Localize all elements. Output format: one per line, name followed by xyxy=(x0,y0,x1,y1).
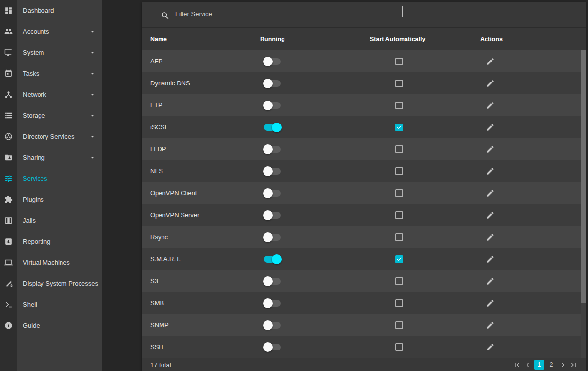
start-automatically-checkbox[interactable] xyxy=(395,167,403,175)
start-automatically-checkbox[interactable] xyxy=(395,321,403,329)
sidebar-item-label: Display System Processes xyxy=(23,280,102,287)
running-toggle[interactable] xyxy=(264,212,281,219)
edit-icon[interactable] xyxy=(486,57,495,66)
running-toggle[interactable] xyxy=(264,102,281,109)
start-automatically-checkbox[interactable] xyxy=(395,80,403,87)
sidebar-item-jails[interactable]: Jails xyxy=(0,210,102,231)
sidebar-item-tasks[interactable]: Tasks xyxy=(0,63,102,84)
dashboard-icon xyxy=(0,6,17,15)
start-automatically-checkbox[interactable] xyxy=(395,58,403,65)
sidebar-nav: DashboardAccountsSystemTasksNetworkStora… xyxy=(0,0,102,336)
sidebar-item-plugins[interactable]: Plugins xyxy=(0,189,102,210)
toggle-knob xyxy=(263,232,273,242)
running-toggle[interactable] xyxy=(264,146,281,153)
edit-icon[interactable] xyxy=(486,123,495,132)
running-toggle[interactable] xyxy=(264,168,281,175)
first-page-button[interactable] xyxy=(513,361,521,369)
table-row-iscsi: iSCSI xyxy=(142,116,586,138)
sidebar-item-guide[interactable]: Guide xyxy=(0,315,102,336)
running-toggle[interactable] xyxy=(264,58,281,65)
directory-services-icon xyxy=(0,132,17,141)
running-toggle[interactable] xyxy=(264,124,281,131)
service-name: OpenVPN Server xyxy=(142,211,251,219)
vertical-scrollbar[interactable] xyxy=(581,50,586,358)
start-automatically-checkbox[interactable] xyxy=(395,145,403,153)
sidebar-item-label: Storage xyxy=(23,112,89,119)
start-automatically-checkbox[interactable] xyxy=(395,211,403,219)
sidebar-item-network[interactable]: Network xyxy=(0,84,102,105)
last-page-button[interactable] xyxy=(569,361,578,369)
start-automatically-checkbox[interactable] xyxy=(395,343,403,351)
sidebar-item-storage[interactable]: Storage xyxy=(0,105,102,126)
running-toggle[interactable] xyxy=(264,300,281,307)
sidebar-item-label: Services xyxy=(23,175,102,182)
column-header-name: Name xyxy=(142,28,251,50)
start-automatically-checkbox[interactable] xyxy=(395,277,403,285)
sidebar-item-label: System xyxy=(23,49,89,56)
start-automatically-checkbox[interactable] xyxy=(395,124,403,131)
service-name: SSH xyxy=(142,343,251,350)
edit-icon[interactable] xyxy=(486,167,495,176)
sidebar: DashboardAccountsSystemTasksNetworkStora… xyxy=(0,0,102,371)
filter-service-input[interactable] xyxy=(174,8,300,21)
edit-icon[interactable] xyxy=(486,145,495,154)
toggle-knob xyxy=(263,342,273,352)
service-name: FTP xyxy=(142,102,251,109)
edit-icon[interactable] xyxy=(486,299,495,308)
toggle-knob xyxy=(263,144,273,154)
start-automatically-checkbox[interactable] xyxy=(395,233,403,241)
running-toggle[interactable] xyxy=(264,344,281,350)
service-name: AFP xyxy=(142,58,251,65)
sidebar-item-shell[interactable]: Shell xyxy=(0,294,102,315)
toggle-knob xyxy=(263,320,273,330)
scrollbar-thumb[interactable] xyxy=(581,50,586,303)
sidebar-item-label: Sharing xyxy=(23,154,89,161)
toggle-knob xyxy=(263,298,273,308)
edit-icon[interactable] xyxy=(486,233,495,242)
start-automatically-checkbox[interactable] xyxy=(395,102,403,109)
running-toggle[interactable] xyxy=(264,234,281,241)
edit-icon[interactable] xyxy=(486,277,495,286)
next-page-button[interactable] xyxy=(559,361,567,369)
sidebar-item-sharing[interactable]: Sharing xyxy=(0,147,102,168)
tasks-icon xyxy=(0,69,17,78)
start-automatically-checkbox[interactable] xyxy=(395,299,403,307)
toggle-knob xyxy=(263,79,273,88)
chevron-down-icon xyxy=(89,154,96,161)
running-toggle[interactable] xyxy=(264,80,281,87)
running-toggle[interactable] xyxy=(264,278,281,285)
start-automatically-checkbox[interactable] xyxy=(395,255,403,263)
chevron-down-icon xyxy=(89,49,96,56)
sidebar-item-dashboard[interactable]: Dashboard xyxy=(0,0,102,21)
sidebar-item-reporting[interactable]: Reporting xyxy=(0,231,102,252)
running-toggle[interactable] xyxy=(264,190,281,197)
service-name: OpenVPN Client xyxy=(142,189,251,197)
edit-icon[interactable] xyxy=(486,101,495,110)
sidebar-item-label: Tasks xyxy=(23,70,89,77)
toggle-knob xyxy=(272,254,282,264)
sidebar-item-label: Accounts xyxy=(23,28,89,35)
edit-icon[interactable] xyxy=(486,321,495,330)
sidebar-item-display-system-processes[interactable]: Display System Processes xyxy=(0,273,102,294)
sidebar-item-directory-services[interactable]: Directory Services xyxy=(0,126,102,147)
page-2-button[interactable]: 2 xyxy=(547,360,556,370)
edit-icon[interactable] xyxy=(486,211,495,220)
service-name: S3 xyxy=(142,277,251,285)
sidebar-item-system[interactable]: System xyxy=(0,42,102,63)
previous-page-button[interactable] xyxy=(524,361,532,369)
table-row-ssh: SSH xyxy=(142,336,586,358)
page-1-button[interactable]: 1 xyxy=(534,360,544,370)
chevron-down-icon xyxy=(89,91,96,98)
running-toggle[interactable] xyxy=(264,322,281,329)
start-automatically-checkbox[interactable] xyxy=(395,189,403,197)
column-header-actions: Actions xyxy=(471,28,582,50)
edit-icon[interactable] xyxy=(486,79,495,88)
sidebar-item-accounts[interactable]: Accounts xyxy=(0,21,102,42)
column-header-start-automatically: Start Automatically xyxy=(361,28,471,50)
running-toggle[interactable] xyxy=(264,256,281,263)
sidebar-item-virtual-machines[interactable]: Virtual Machines xyxy=(0,252,102,273)
sidebar-item-services[interactable]: Services xyxy=(0,168,102,189)
edit-icon[interactable] xyxy=(486,343,495,351)
edit-icon[interactable] xyxy=(486,189,495,198)
edit-icon[interactable] xyxy=(486,255,495,264)
